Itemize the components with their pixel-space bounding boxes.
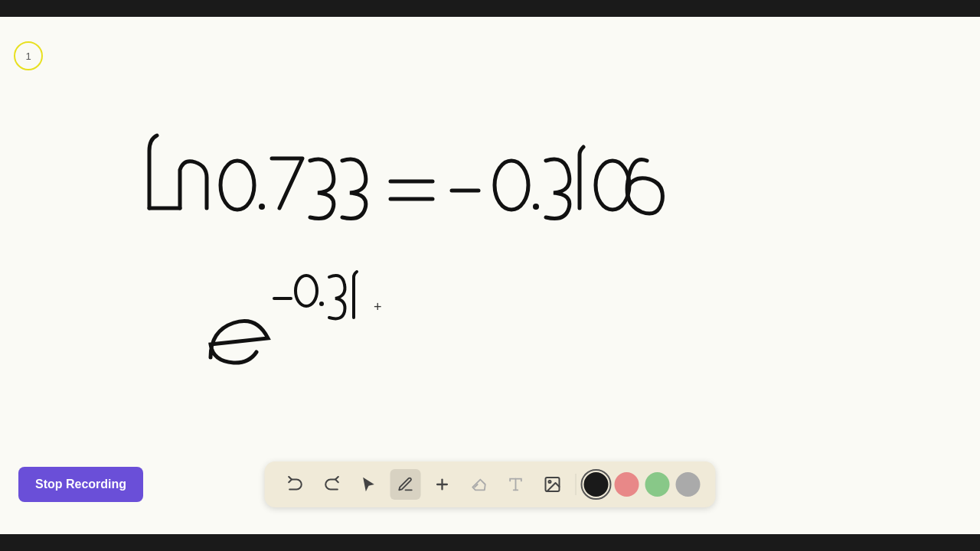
color-black-button[interactable] (584, 472, 609, 497)
bottom-bar (0, 534, 980, 551)
timer-indicator: 1 (14, 41, 43, 70)
svg-point-7 (596, 161, 629, 210)
toolbar (265, 461, 716, 507)
color-green-button[interactable] (645, 472, 670, 497)
math-display: + (0, 78, 980, 522)
svg-point-0 (220, 161, 254, 210)
svg-point-16 (549, 481, 551, 483)
select-button[interactable] (354, 469, 384, 500)
undo-button[interactable] (280, 469, 311, 500)
color-pink-button[interactable] (615, 472, 639, 497)
svg-text:+: + (374, 299, 382, 315)
stop-recording-button[interactable]: Stop Recording (18, 467, 143, 502)
svg-point-1 (259, 204, 265, 210)
add-button[interactable] (427, 469, 458, 500)
image-button[interactable] (537, 469, 568, 500)
pen-button[interactable] (390, 469, 421, 500)
timer-label: 1 (25, 51, 31, 62)
svg-point-9 (296, 276, 317, 306)
redo-button[interactable] (317, 469, 348, 500)
top-bar (0, 0, 980, 17)
svg-point-10 (319, 302, 324, 306)
canvas-area[interactable]: 1 (0, 17, 980, 534)
eraser-button[interactable] (464, 469, 495, 500)
svg-point-5 (495, 161, 528, 210)
color-gray-button[interactable] (676, 472, 701, 497)
text-button[interactable] (501, 469, 531, 500)
toolbar-separator (576, 474, 577, 495)
svg-point-6 (533, 204, 539, 210)
